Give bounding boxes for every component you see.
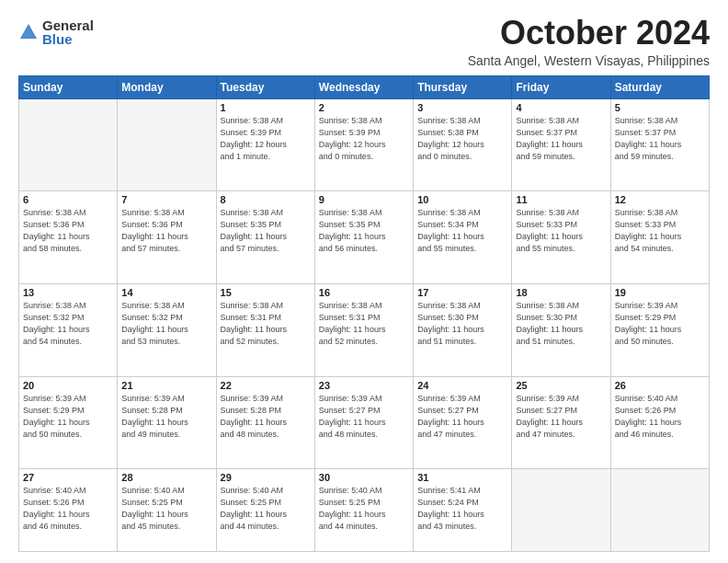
day-info: Sunrise: 5:38 AM Sunset: 5:31 PM Dayligh… <box>221 300 311 348</box>
day-info: Sunrise: 5:38 AM Sunset: 5:30 PM Dayligh… <box>516 300 606 348</box>
calendar-day-cell: 10Sunrise: 5:38 AM Sunset: 5:34 PM Dayli… <box>414 191 512 284</box>
calendar-day-cell: 22Sunrise: 5:39 AM Sunset: 5:28 PM Dayli… <box>216 376 314 469</box>
day-number: 28 <box>121 472 211 483</box>
logo-text: General Blue <box>42 18 94 46</box>
day-number: 13 <box>23 287 113 298</box>
day-info: Sunrise: 5:38 AM Sunset: 5:35 PM Dayligh… <box>319 207 409 255</box>
calendar-weekday-header: Saturday <box>610 75 709 98</box>
logo-icon <box>18 22 39 42</box>
calendar-day-cell: 21Sunrise: 5:39 AM Sunset: 5:28 PM Dayli… <box>118 376 216 469</box>
day-number: 29 <box>221 472 311 483</box>
day-number: 2 <box>319 102 409 113</box>
calendar-week-row: 6Sunrise: 5:38 AM Sunset: 5:36 PM Daylig… <box>19 191 710 284</box>
day-info: Sunrise: 5:38 AM Sunset: 5:37 PM Dayligh… <box>516 115 606 163</box>
calendar-day-cell: 30Sunrise: 5:40 AM Sunset: 5:25 PM Dayli… <box>314 469 413 552</box>
day-number: 5 <box>615 102 705 113</box>
day-info: Sunrise: 5:38 AM Sunset: 5:35 PM Dayligh… <box>221 207 311 255</box>
calendar-weekday-header: Tuesday <box>216 75 314 98</box>
day-info: Sunrise: 5:40 AM Sunset: 5:26 PM Dayligh… <box>615 393 705 441</box>
calendar-day-cell: 7Sunrise: 5:38 AM Sunset: 5:36 PM Daylig… <box>118 191 216 284</box>
logo: General Blue <box>18 18 94 46</box>
calendar-day-cell: 3Sunrise: 5:38 AM Sunset: 5:38 PM Daylig… <box>414 98 512 191</box>
calendar-day-cell: 29Sunrise: 5:40 AM Sunset: 5:25 PM Dayli… <box>216 469 314 552</box>
day-info: Sunrise: 5:38 AM Sunset: 5:31 PM Dayligh… <box>319 300 409 348</box>
day-info: Sunrise: 5:39 AM Sunset: 5:29 PM Dayligh… <box>615 300 705 348</box>
calendar-day-cell: 25Sunrise: 5:39 AM Sunset: 5:27 PM Dayli… <box>512 376 610 469</box>
calendar-day-cell: 4Sunrise: 5:38 AM Sunset: 5:37 PM Daylig… <box>512 98 610 191</box>
logo-blue: Blue <box>42 32 94 46</box>
day-info: Sunrise: 5:38 AM Sunset: 5:39 PM Dayligh… <box>221 115 311 163</box>
day-number: 19 <box>615 287 705 298</box>
day-info: Sunrise: 5:39 AM Sunset: 5:27 PM Dayligh… <box>417 393 507 441</box>
day-number: 12 <box>615 194 705 205</box>
calendar-day-cell: 2Sunrise: 5:38 AM Sunset: 5:39 PM Daylig… <box>314 98 413 191</box>
logo-general: General <box>42 18 94 32</box>
day-info: Sunrise: 5:39 AM Sunset: 5:28 PM Dayligh… <box>221 393 311 441</box>
calendar-weekday-header: Sunday <box>19 75 118 98</box>
calendar-weekday-header: Friday <box>512 75 610 98</box>
day-info: Sunrise: 5:38 AM Sunset: 5:34 PM Dayligh… <box>417 207 507 255</box>
calendar-day-cell: 14Sunrise: 5:38 AM Sunset: 5:32 PM Dayli… <box>118 283 216 376</box>
day-info: Sunrise: 5:38 AM Sunset: 5:39 PM Dayligh… <box>319 115 409 163</box>
day-info: Sunrise: 5:38 AM Sunset: 5:30 PM Dayligh… <box>417 300 507 348</box>
day-number: 10 <box>417 194 507 205</box>
day-info: Sunrise: 5:41 AM Sunset: 5:24 PM Dayligh… <box>417 485 507 533</box>
month-title: October 2024 <box>468 15 710 52</box>
calendar-day-cell: 1Sunrise: 5:38 AM Sunset: 5:39 PM Daylig… <box>216 98 314 191</box>
calendar-day-cell: 6Sunrise: 5:38 AM Sunset: 5:36 PM Daylig… <box>19 191 118 284</box>
day-info: Sunrise: 5:38 AM Sunset: 5:37 PM Dayligh… <box>615 115 705 163</box>
calendar-day-cell: 15Sunrise: 5:38 AM Sunset: 5:31 PM Dayli… <box>216 283 314 376</box>
calendar-weekday-header: Thursday <box>414 75 512 98</box>
day-number: 11 <box>516 194 606 205</box>
calendar-day-cell: 27Sunrise: 5:40 AM Sunset: 5:26 PM Dayli… <box>19 469 118 552</box>
day-info: Sunrise: 5:40 AM Sunset: 5:25 PM Dayligh… <box>319 485 409 533</box>
day-info: Sunrise: 5:38 AM Sunset: 5:36 PM Dayligh… <box>121 207 211 255</box>
calendar-week-row: 13Sunrise: 5:38 AM Sunset: 5:32 PM Dayli… <box>19 283 710 376</box>
day-info: Sunrise: 5:38 AM Sunset: 5:36 PM Dayligh… <box>23 207 113 255</box>
day-number: 24 <box>417 380 507 391</box>
calendar-day-cell: 5Sunrise: 5:38 AM Sunset: 5:37 PM Daylig… <box>610 98 709 191</box>
calendar-day-cell: 13Sunrise: 5:38 AM Sunset: 5:32 PM Dayli… <box>19 283 118 376</box>
day-info: Sunrise: 5:38 AM Sunset: 5:33 PM Dayligh… <box>516 207 606 255</box>
calendar-day-cell: 31Sunrise: 5:41 AM Sunset: 5:24 PM Dayli… <box>414 469 512 552</box>
calendar-day-cell: 19Sunrise: 5:39 AM Sunset: 5:29 PM Dayli… <box>610 283 709 376</box>
calendar-day-cell: 26Sunrise: 5:40 AM Sunset: 5:26 PM Dayli… <box>610 376 709 469</box>
day-number: 4 <box>516 102 606 113</box>
day-info: Sunrise: 5:38 AM Sunset: 5:32 PM Dayligh… <box>23 300 113 348</box>
calendar-day-cell <box>118 98 216 191</box>
calendar-day-cell: 17Sunrise: 5:38 AM Sunset: 5:30 PM Dayli… <box>414 283 512 376</box>
day-number: 9 <box>319 194 409 205</box>
calendar-week-row: 20Sunrise: 5:39 AM Sunset: 5:29 PM Dayli… <box>19 376 710 469</box>
calendar-day-cell: 28Sunrise: 5:40 AM Sunset: 5:25 PM Dayli… <box>118 469 216 552</box>
calendar-weekday-header: Wednesday <box>314 75 413 98</box>
day-number: 18 <box>516 287 606 298</box>
day-number: 26 <box>615 380 705 391</box>
header: General Blue October 2024 Santa Angel, W… <box>18 15 710 68</box>
calendar-weekday-header: Monday <box>118 75 216 98</box>
day-info: Sunrise: 5:39 AM Sunset: 5:27 PM Dayligh… <box>319 393 409 441</box>
day-number: 27 <box>23 472 113 483</box>
day-number: 15 <box>221 287 311 298</box>
day-info: Sunrise: 5:40 AM Sunset: 5:25 PM Dayligh… <box>121 485 211 533</box>
day-number: 20 <box>23 380 113 391</box>
day-info: Sunrise: 5:38 AM Sunset: 5:32 PM Dayligh… <box>121 300 211 348</box>
day-number: 31 <box>417 472 507 483</box>
calendar-header-row: SundayMondayTuesdayWednesdayThursdayFrid… <box>19 75 710 98</box>
day-number: 22 <box>221 380 311 391</box>
day-number: 14 <box>121 287 211 298</box>
day-info: Sunrise: 5:39 AM Sunset: 5:29 PM Dayligh… <box>23 393 113 441</box>
calendar-day-cell: 23Sunrise: 5:39 AM Sunset: 5:27 PM Dayli… <box>314 376 413 469</box>
day-info: Sunrise: 5:38 AM Sunset: 5:38 PM Dayligh… <box>417 115 507 163</box>
calendar-day-cell <box>19 98 118 191</box>
title-section: October 2024 Santa Angel, Western Visaya… <box>468 15 710 68</box>
calendar-day-cell: 8Sunrise: 5:38 AM Sunset: 5:35 PM Daylig… <box>216 191 314 284</box>
calendar-day-cell: 16Sunrise: 5:38 AM Sunset: 5:31 PM Dayli… <box>314 283 413 376</box>
page: General Blue October 2024 Santa Angel, W… <box>0 0 728 563</box>
calendar-day-cell: 12Sunrise: 5:38 AM Sunset: 5:33 PM Dayli… <box>610 191 709 284</box>
calendar-day-cell: 24Sunrise: 5:39 AM Sunset: 5:27 PM Dayli… <box>414 376 512 469</box>
day-number: 21 <box>121 380 211 391</box>
day-info: Sunrise: 5:39 AM Sunset: 5:27 PM Dayligh… <box>516 393 606 441</box>
calendar-week-row: 27Sunrise: 5:40 AM Sunset: 5:26 PM Dayli… <box>19 469 710 552</box>
calendar-day-cell: 11Sunrise: 5:38 AM Sunset: 5:33 PM Dayli… <box>512 191 610 284</box>
calendar-day-cell: 9Sunrise: 5:38 AM Sunset: 5:35 PM Daylig… <box>314 191 413 284</box>
